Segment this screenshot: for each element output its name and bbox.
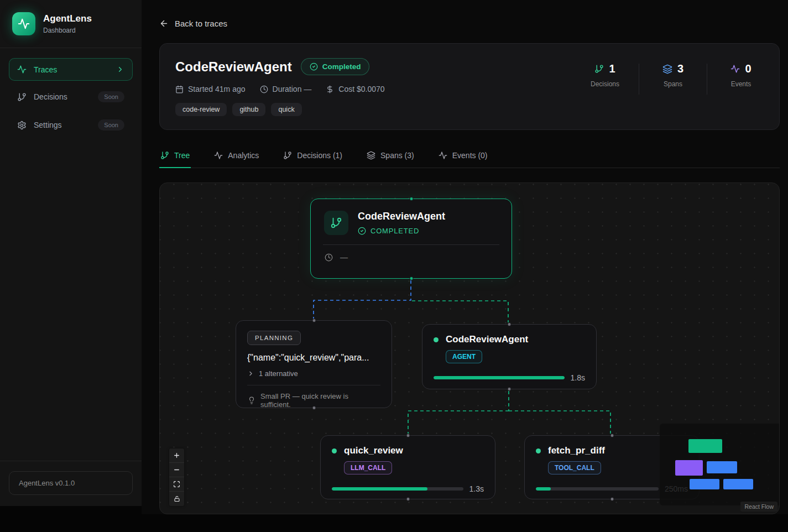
minimap-node-fetch-pr-diff [723,479,753,489]
back-to-traces-link[interactable]: Back to traces [159,19,227,28]
lightbulb-icon [248,397,255,404]
node-span-quick-review[interactable]: quick_review LLM_CALL 1.3s [320,435,495,499]
chevron-right-icon [247,370,254,377]
arrow-left-icon [159,19,169,28]
status-dot [434,337,439,342]
node-handle [406,497,410,501]
node-title: fetch_pr_diff [548,445,605,456]
sidebar-item-decisions[interactable]: Decisions Soon [9,85,133,109]
layers-icon [662,64,672,74]
clock-icon [325,253,333,262]
node-title: quick_review [344,445,403,456]
node-handle [508,387,512,391]
node-duration: — [340,253,348,262]
tab-decisions[interactable]: Decisions (1) [282,147,343,168]
node-handle [409,197,413,201]
sidebar-item-label: Decisions [34,92,67,101]
check-circle-icon [358,227,366,235]
activity-icon [214,151,223,160]
tag: code-review [175,103,227,116]
sidebar-footer: AgentLens v0.1.0 [0,461,142,506]
trace-tree-canvas[interactable]: CodeReviewAgent COMPLETED — [159,182,780,514]
trace-meta-row: Started 41m ago Duration — Cost $0.0070 [175,85,385,93]
meta-cost: Cost $0.0070 [326,85,384,93]
duration-bar-track [434,376,565,379]
duration-bar-fill [536,487,551,491]
edge-root-agent [412,301,508,322]
edge-agent-llm [408,411,509,434]
node-handle [312,319,316,322]
minus-icon [173,466,180,473]
app-root: AgentLens Dashboard Traces Decisions Soo… [0,0,788,514]
meta-duration: Duration — [260,85,312,93]
layers-icon [367,151,375,160]
stat-value: 1 [609,62,615,75]
fit-view-button[interactable] [169,477,184,492]
tab-label: Events (0) [452,151,488,160]
minimap-node-quick-review [690,479,719,489]
minimap-node-planning [675,460,703,476]
zoom-in-button[interactable] [169,448,184,463]
fit-view-icon [173,481,180,488]
edge-agent-tool [509,411,610,434]
decision-chosen-value: {"name":"quick_review","para... [247,353,380,363]
decision-type-badge: PLANNING [247,331,301,345]
lock-button[interactable] [169,492,184,506]
stat-spans: 3 Spans [651,62,695,88]
page-title: CodeReviewAgent [175,59,292,75]
lock-icon [174,496,180,502]
detail-tabs: Tree Analytics Decisions (1) Spans (3) [159,147,780,168]
tab-analytics[interactable]: Analytics [213,147,260,168]
calendar-icon [175,85,184,93]
alternatives-toggle[interactable]: 1 alternative [247,369,380,378]
zoom-out-button[interactable] [169,463,184,477]
status-label: Completed [322,62,361,71]
tab-events[interactable]: Events (0) [437,147,489,168]
duration-bar-fill [332,487,427,491]
node-handle [610,434,614,437]
trace-header-left: CodeReviewAgent Completed Started 41m ag… [175,58,385,116]
git-branch-icon [17,92,27,102]
react-flow-attribution[interactable]: React Flow [740,502,777,512]
app-title-block: AgentLens Dashboard [43,13,92,34]
flow-controls [169,448,184,506]
tab-tree[interactable]: Tree [159,147,191,168]
git-branch-icon [594,64,604,74]
sidebar-item-traces[interactable]: Traces [9,58,133,81]
duration-bar-track [536,487,659,491]
status-badge: Completed [301,58,370,75]
node-decision-planning[interactable]: PLANNING {"name":"quick_review","para...… [236,320,392,408]
duration-bar-fill [434,376,565,379]
activity-icon [18,18,30,30]
meta-started: Started 41m ago [175,85,246,93]
trace-tags: code-review github quick [175,103,385,116]
stat-events: 0 Events [719,62,763,88]
node-title: CodeReviewAgent [358,211,445,222]
soon-badge: Soon [98,91,124,102]
node-root-agent[interactable]: CodeReviewAgent COMPLETED — [310,199,512,279]
app-version: AgentLens v0.1.0 [9,471,133,495]
tab-label: Spans (3) [380,151,414,160]
node-handle [610,497,614,501]
main-content: Back to traces CodeReviewAgent Completed [142,0,788,514]
tab-spans[interactable]: Spans (3) [366,147,415,168]
sidebar: AgentLens Dashboard Traces Decisions Soo… [0,0,142,506]
soon-badge: Soon [98,119,124,131]
divider [639,64,639,95]
edge-root-planning [314,280,411,319]
activity-icon [17,65,27,74]
minimap-node-root [688,439,722,453]
sidebar-item-settings[interactable]: Settings Soon [9,113,133,137]
chevron-right-icon [116,65,124,74]
stat-label: Decisions [583,80,627,88]
app-logo [12,12,35,35]
back-link-label: Back to traces [175,19,227,28]
node-handle [406,434,410,437]
git-branch-icon [324,211,348,235]
span-duration: 1.3s [469,484,484,493]
tag: github [232,103,265,116]
flow-minimap[interactable] [660,424,780,505]
app-name: AgentLens [43,13,92,24]
stat-decisions: 1 Decisions [583,62,627,88]
node-span-agent[interactable]: CodeReviewAgent AGENT 1.8s [422,324,597,389]
